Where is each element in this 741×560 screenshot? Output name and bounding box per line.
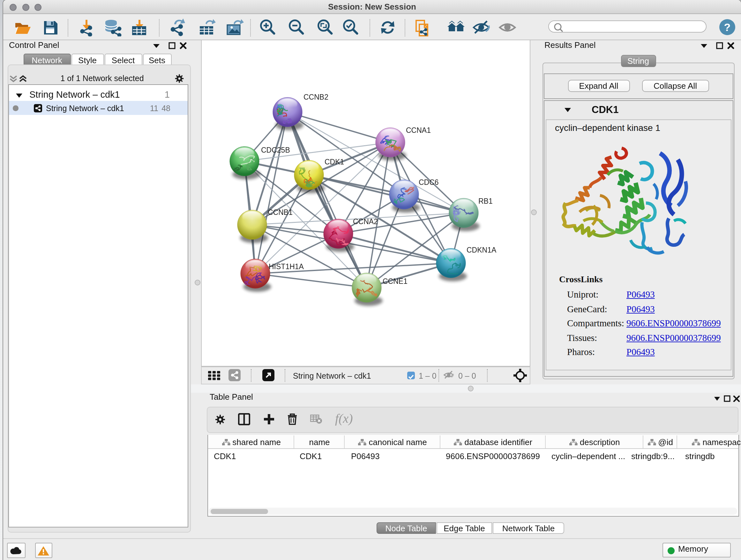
svg-text:?: ? — [724, 21, 731, 33]
svg-text:CDKN1A: CDKN1A — [467, 246, 496, 254]
svg-text:CCNE1: CCNE1 — [383, 277, 408, 286]
svg-text:RB1: RB1 — [478, 197, 493, 205]
svg-text:CDC6: CDC6 — [419, 178, 439, 186]
svg-text:CCNB2: CCNB2 — [304, 93, 328, 101]
svg-text:HIST1H1A: HIST1H1A — [269, 262, 304, 271]
svg-text:CDC25B: CDC25B — [261, 146, 290, 154]
svg-text:CDK1: CDK1 — [325, 158, 344, 166]
svg-text:CCNB1: CCNB1 — [268, 208, 293, 216]
svg-text:CCNA1: CCNA1 — [406, 126, 431, 134]
svg-text:CCNA2: CCNA2 — [353, 217, 378, 226]
